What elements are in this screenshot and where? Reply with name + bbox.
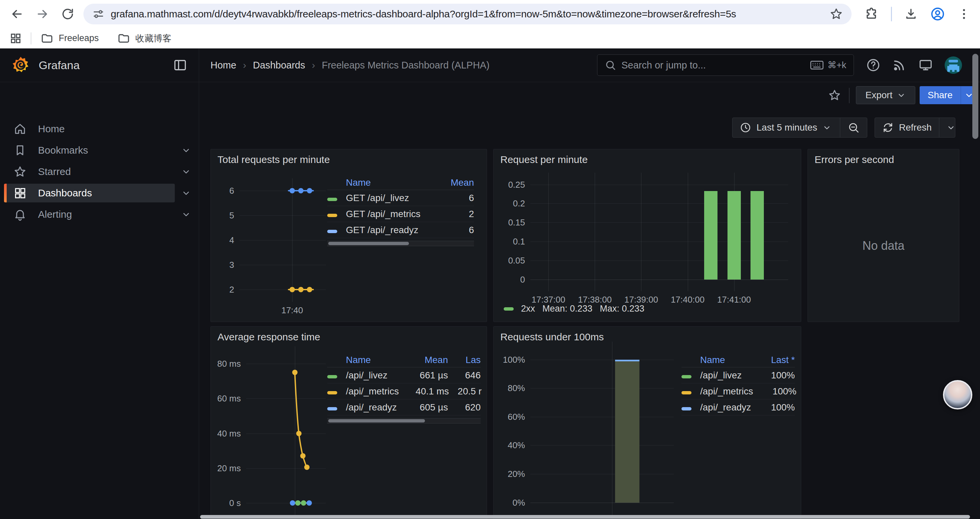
panel-total-requests-per-minute[interactable]: Total requests per minute 6 5 4 3 2 17:4… (210, 149, 487, 322)
breadcrumb-dashboards[interactable]: Dashboards (253, 60, 305, 71)
sidebar-item-alerting[interactable]: Alerting (4, 205, 175, 224)
monitor-icon[interactable] (918, 58, 933, 72)
legend-series-name[interactable]: 2xx (521, 303, 535, 314)
bar-2xx[interactable] (727, 191, 741, 279)
news-rss-icon[interactable] (892, 58, 907, 72)
legend-scrollbar[interactable] (327, 418, 480, 423)
legend-col-last[interactable]: Last * (751, 355, 795, 366)
bar-under-100ms[interactable] (615, 360, 640, 503)
bar-2xx[interactable] (704, 191, 718, 279)
series-name[interactable]: /api/_livez (346, 370, 398, 381)
horizontal-scrollbar[interactable] (200, 515, 970, 519)
sidebar-item-starred[interactable]: Starred (4, 162, 175, 181)
address-bar[interactable]: grafana.mathmast.com/d/deytv4rwavabkb/fr… (83, 4, 851, 24)
series-name[interactable]: GET /api/_readyz (346, 225, 439, 235)
panel-requests-under-100ms[interactable]: Requests under 100ms 100% 80% 60% 40% 20… (493, 326, 801, 519)
reload-icon[interactable] (61, 7, 75, 21)
sidebar-item-home[interactable]: Home (4, 120, 175, 138)
time-range-picker[interactable]: Last 5 minutes (732, 118, 840, 137)
bar-chart-plot: 0.25 0.2 0.15 0.1 0.05 0 17:37:00 17:38:… (530, 172, 788, 291)
y-tick: 0 s (229, 498, 246, 508)
legend-row-readyz[interactable]: /api/_readyz 605 µs 620 (327, 399, 480, 415)
legend-row-metrics[interactable]: GET /api/_metrics 2 (327, 206, 474, 222)
forward-icon[interactable] (35, 7, 49, 21)
share-button[interactable]: Share (920, 86, 977, 104)
legend-col-name[interactable]: Name (346, 355, 398, 366)
sidebar-item-label: Alerting (38, 209, 175, 220)
search-input[interactable]: Search or jump to... ⌘+k (597, 54, 854, 76)
bar-2xx[interactable] (751, 191, 764, 279)
legend-row-livez[interactable]: /api/_livez 661 µs 646 (327, 367, 480, 383)
legend-col-mean[interactable]: Mean (398, 355, 448, 366)
legend-row-readyz[interactable]: /api/_readyz 100% (681, 399, 795, 415)
series-name[interactable]: /api/_livez (700, 370, 751, 381)
extensions-icon[interactable] (865, 7, 879, 21)
grafana-app: Grafana Home › Dashboards › Freeleaps Me… (0, 48, 980, 519)
y-tick: 0% (512, 497, 530, 508)
series-name[interactable]: GET /api/_livez (346, 193, 439, 203)
bar-chart-plot: 100% 80% 60% 40% 20% 0% 17:40 (530, 342, 674, 519)
bookmark-folder-blogs[interactable]: 收藏博客 (118, 32, 172, 45)
folder-icon (118, 32, 130, 45)
brand-name[interactable]: Grafana (39, 59, 173, 72)
back-icon[interactable] (10, 7, 24, 21)
apps-grid-icon[interactable] (10, 32, 22, 45)
legend-row-metrics[interactable]: /api/_metrics 40.1 ms 20.5 r (327, 383, 480, 399)
panel-title[interactable]: Requests under 100ms (500, 331, 794, 343)
legend-col-name[interactable]: Name (346, 177, 439, 188)
refresh-button[interactable]: Refresh (875, 118, 939, 137)
legend-col-last[interactable]: Las (448, 355, 480, 366)
legend-row-metrics[interactable]: /api/_metrics 100% (681, 383, 795, 399)
panel-average-response-time[interactable]: Average response time 80 ms 60 ms 40 ms … (210, 326, 487, 519)
legend[interactable]: 2xx Mean: 0.233 Max: 0.233 (504, 303, 644, 314)
site-info-icon[interactable] (92, 8, 105, 21)
chevron-down-icon[interactable] (181, 167, 191, 176)
chevron-down-icon[interactable] (181, 145, 191, 155)
panel-title[interactable]: Average response time (218, 331, 480, 343)
series-name[interactable]: /api/_metrics (346, 386, 399, 397)
legend-col-name[interactable]: Name (700, 355, 751, 366)
downloads-icon[interactable] (904, 7, 918, 21)
legend-row-readyz[interactable]: GET /api/_readyz 6 (327, 222, 474, 238)
export-button[interactable]: Export (856, 86, 915, 104)
refresh-interval-chevron[interactable] (939, 118, 963, 137)
browser-menu-icon[interactable] (957, 7, 970, 21)
sidebar-toggle-icon[interactable] (173, 58, 188, 72)
grafana-logo-icon[interactable] (11, 56, 30, 75)
bookmark-star-icon[interactable] (830, 7, 843, 21)
user-avatar[interactable] (945, 56, 962, 74)
sidebar-item-bookmarks[interactable]: Bookmarks (4, 141, 175, 160)
panel-title[interactable]: Request per minute (500, 154, 794, 165)
legend-col-mean[interactable]: Mean (439, 177, 474, 188)
series-name[interactable]: /api/_readyz (346, 402, 398, 413)
url-text[interactable]: grafana.mathmast.com/d/deytv4rwavabkb/fr… (111, 8, 825, 20)
help-icon[interactable] (866, 58, 881, 72)
y-tick: 0.25 (508, 179, 530, 190)
favorite-dashboard-star-icon[interactable] (828, 88, 841, 102)
sidebar-item-dashboards[interactable]: Dashboards (4, 184, 175, 203)
panel-title[interactable]: Total requests per minute (218, 154, 480, 165)
legend-scrollbar[interactable] (327, 241, 474, 246)
legend-row-livez[interactable]: /api/_livez 100% (681, 367, 795, 383)
panel-title[interactable]: Errors per second (815, 154, 952, 165)
share-label[interactable]: Share (920, 86, 961, 104)
series-name[interactable]: GET /api/_metrics (346, 209, 439, 219)
profile-icon[interactable] (930, 6, 945, 22)
series-name[interactable]: /api/_readyz (700, 402, 751, 413)
breadcrumb-home[interactable]: Home (210, 60, 236, 71)
chevron-down-icon[interactable] (181, 210, 191, 219)
floating-assistant-avatar[interactable] (943, 380, 972, 409)
series-name[interactable]: /api/_metrics (700, 386, 753, 397)
chevron-down-icon[interactable] (181, 188, 191, 198)
legend-row-livez[interactable]: GET /api/_livez 6 (327, 190, 474, 206)
search-icon (605, 59, 616, 71)
panel-errors-per-second[interactable]: Errors per second No data (808, 149, 959, 322)
data-point (300, 453, 305, 458)
bookmark-folder-freeleaps[interactable]: Freeleaps (41, 32, 99, 45)
series-mean: 2 (439, 209, 474, 219)
y-tick: 0.15 (508, 217, 530, 228)
zoom-out-button[interactable] (840, 118, 867, 137)
series-swatch (681, 407, 692, 410)
panel-request-per-minute[interactable]: Request per minute 0.25 0.2 0.15 0.1 0.0… (493, 149, 801, 322)
page-scrollbar[interactable] (972, 54, 978, 139)
